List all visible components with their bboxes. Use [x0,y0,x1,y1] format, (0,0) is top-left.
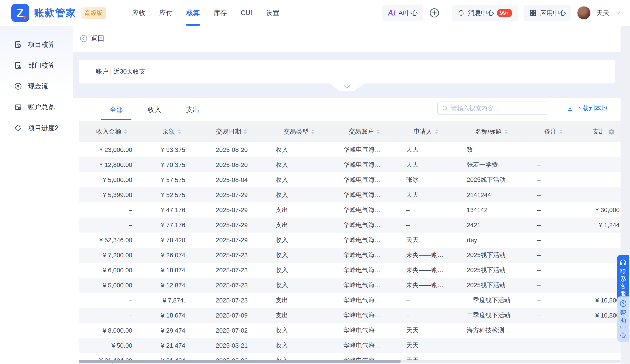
nav-item-核算[interactable]: 核算 [186,0,200,26]
ai-center-button[interactable]: Ai AI中心 [382,5,423,21]
sidebar: 项目核算部门核算现金流账户总览项目进度2 [0,26,73,364]
cell-income: – [79,293,145,308]
sidebar-item-账户总览[interactable]: 账户总览 [0,97,73,117]
cell-account: 华峰电气海… [333,263,396,278]
cell-applicant: – [396,202,456,217]
column-header-expense[interactable]: 支出金额 [580,121,602,142]
cell-date: 2025-07-29 [198,217,265,233]
cell-income: ¥ 5,000.00 [79,172,145,187]
column-label: 交易账户 [349,127,374,136]
plan-badge: 高级版 [81,7,106,19]
user-menu-chevron-down-icon[interactable] [615,10,622,16]
cell-date: 2025-07-23 [198,263,265,278]
sort-carets-icon[interactable] [244,129,247,134]
cell-note: – [527,263,580,278]
tab-支出[interactable]: 支出 [178,98,208,121]
nav-item-CUI[interactable]: CUI [241,0,252,26]
avatar[interactable] [577,6,591,20]
column-header-date[interactable]: 交易日期 [198,121,265,142]
divider [446,9,446,16]
contact-support-button[interactable]: 联系客服 [617,255,629,300]
cell-income: ¥ 8,000.00 [79,323,145,338]
table-row: ¥ 50.00¥ 21,4742025-03-21收入华峰电气海…天天–– [79,338,620,353]
cell-type: 支出 [265,202,333,217]
tab-全部[interactable]: 全部 [101,98,132,121]
sidebar-item-label: 项目进度2 [28,124,58,133]
cell-type: 收入 [265,278,333,293]
sort-carets-icon[interactable] [435,129,438,134]
cell-name: rtey [456,233,527,248]
column-header-income[interactable]: 收入金额 [79,121,145,142]
column-header-type[interactable]: 交易类型 [265,121,333,142]
cell-note: – [527,172,580,187]
table-row: ¥ 5,399.00¥ 52,5752025-07-29收入华峰电气海…天天21… [79,187,620,202]
search-input[interactable] [451,105,548,112]
column-header-name[interactable]: 名称/标题 [456,121,527,142]
nav-item-应收[interactable]: 应收 [132,0,146,26]
table-row: –¥ 7,874.2025-07-23支出华峰电气海…–二季度线下活动–¥ 10… [79,293,620,308]
cell-type: 收入 [265,233,333,248]
cell-name: 2025线下活动 [456,263,527,278]
sidebar-item-部门核算[interactable]: 部门核算 [0,55,73,76]
cell-balance: ¥ 52,575 [145,187,198,202]
contact-support-label: 联系客服 [620,268,626,297]
cell-name: 海方科技检测… [456,323,527,338]
doc-check-icon [14,40,22,49]
back-button[interactable]: 返回 [79,34,104,43]
download-button[interactable]: 下载到本地 [567,104,608,113]
horizontal-scrollbar-thumb[interactable] [79,360,401,363]
cell-income: ¥ 5,000.00 [79,278,145,293]
cell-account: 华峰电气海… [333,338,396,353]
cell-note: – [527,233,580,248]
brand[interactable]: Z 账款管家 高级版 [11,4,106,22]
nav-item-设置[interactable]: 设置 [266,0,279,26]
cell-date: 2025-07-29 [198,202,265,217]
cell-expense [580,142,620,157]
cell-balance: ¥ 77,176 [145,217,198,233]
table-row: ¥ 5,000.00¥ 12,8742025-07-23收入华峰电气海…未央——… [79,278,620,293]
cell-balance: ¥ 47,176 [145,202,198,217]
sort-carets-icon[interactable] [559,129,563,134]
nav-item-应付[interactable]: 应付 [159,0,172,26]
cell-expense [580,172,620,187]
grid-icon [529,9,537,17]
cell-expense: ¥ 30,000 [580,202,620,217]
sort-carets-icon[interactable] [311,129,314,134]
column-settings-gear-icon[interactable] [602,121,620,142]
column-label: 余额 [162,127,175,136]
cell-balance: ¥ 12,874 [145,278,198,293]
cell-type: 收入 [265,157,333,172]
cell-account: 华峰电气海… [333,217,396,233]
app-center-button[interactable]: 应用中心 [524,5,572,21]
sort-carets-icon[interactable] [504,129,508,134]
sort-carets-icon[interactable] [376,129,380,134]
sidebar-item-项目核算[interactable]: 项目核算 [0,34,73,55]
message-center-button[interactable]: 消息中心 99+ [452,5,518,21]
cell-name: 134142 [456,202,527,217]
main-content: 返回 账户 | 近30天收支 全部收入支出 下载到本地 [73,26,630,364]
nav-item-库存[interactable]: 库存 [214,0,227,26]
column-header-account[interactable]: 交易账户 [333,121,396,142]
column-header-applicant[interactable]: 申请人 [396,121,456,142]
column-header-note[interactable]: 备注 [527,121,580,142]
sidebar-item-项目进度2[interactable]: 项目进度2 [0,117,73,138]
tab-收入[interactable]: 收入 [139,98,170,121]
cell-balance: ¥ 78,420 [145,233,198,248]
cell-type: 支出 [265,217,333,233]
table-row: ¥ 8,000.00¥ 29,4742025-07-02收入华峰电气海…天天海方… [79,323,620,338]
cell-note: – [527,187,580,202]
sidebar-item-现金流[interactable]: 现金流 [0,76,73,97]
cell-date: 2025-07-02 [198,323,265,338]
cell-balance: ¥ 18,674 [145,308,198,323]
column-header-balance[interactable]: 余额 [145,121,198,142]
coin-yen-icon [14,82,22,91]
sort-carets-icon[interactable] [178,129,181,134]
horizontal-scrollbar[interactable] [79,360,620,363]
sort-carets-icon[interactable] [124,129,127,134]
cell-expense [580,278,620,293]
add-button[interactable] [429,7,440,18]
cell-balance: ¥ 29,474 [145,323,198,338]
cell-type: 支出 [265,308,333,323]
cell-type: 支出 [265,293,333,308]
help-center-button[interactable]: 帮助中心 [617,296,629,342]
